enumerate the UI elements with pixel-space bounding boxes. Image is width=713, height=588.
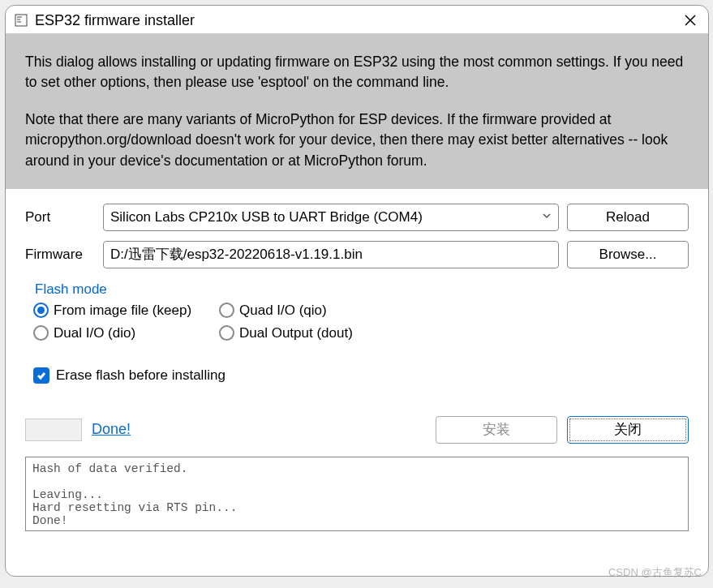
radio-icon [219,325,234,341]
radio-icon [219,303,234,318]
flash-mode-fieldset: Flash mode From image file (keep) Quad I… [25,281,689,350]
flash-mode-option-keep[interactable]: From image file (keep) [33,303,216,319]
flash-mode-legend: Flash mode [32,281,110,298]
titlebar: ESP32 firmware installer [6,6,708,34]
port-label: Port [25,209,95,225]
radio-icon [33,325,49,341]
radio-icon [33,303,49,318]
browse-button[interactable]: Browse... [567,241,689,268]
port-select[interactable]: Silicon Labs CP210x USB to UART Bridge (… [103,204,559,231]
radio-label: Quad I/O (qio) [239,303,327,319]
close-icon[interactable] [681,11,700,30]
flash-mode-options: From image file (keep) Quad I/O (qio) Du… [33,303,681,341]
form-area: Port Silicon Labs CP210x USB to UART Bri… [6,189,708,277]
firmware-path-input[interactable] [103,241,559,268]
intro-paragraph-2: Note that there are many variants of Mic… [25,109,689,171]
intro-panel: This dialog allows installing or updatin… [6,34,708,189]
port-selected-value: Silicon Labs CP210x USB to UART Bridge (… [110,209,423,225]
app-icon [14,13,28,28]
radio-label: Dual I/O (dio) [54,325,135,341]
install-button[interactable]: 安装 [436,416,557,444]
flash-mode-option-dout[interactable]: Dual Output (dout) [219,325,389,341]
flash-mode-option-dio[interactable]: Dual I/O (dio) [33,325,216,341]
checkbox-checked-icon [33,367,49,384]
flash-mode-option-qio[interactable]: Quad I/O (qio) [219,303,389,319]
erase-flash-label: Erase flash before installing [56,367,225,384]
reload-button[interactable]: Reload [567,204,689,231]
window-title: ESP32 firmware installer [35,12,674,29]
firmware-label: Firmware [25,247,95,263]
action-row: Done! 安装 关闭 [25,416,689,444]
done-status-link[interactable]: Done! [92,421,131,438]
radio-label: From image file (keep) [54,303,191,319]
close-button[interactable]: 关闭 [567,416,689,444]
dialog-window: ESP32 firmware installer This dialog all… [5,5,709,577]
svg-rect-0 [15,15,27,26]
progress-indicator [25,418,82,441]
intro-paragraph-1: This dialog allows installing or updatin… [25,52,689,93]
radio-label: Dual Output (dout) [239,325,353,341]
erase-flash-checkbox[interactable]: Erase flash before installing [33,367,681,384]
firmware-row: Firmware Browse... [25,241,689,268]
log-output[interactable]: Hash of data verified. Leaving... Hard r… [25,457,689,531]
port-row: Port Silicon Labs CP210x USB to UART Bri… [25,204,689,231]
